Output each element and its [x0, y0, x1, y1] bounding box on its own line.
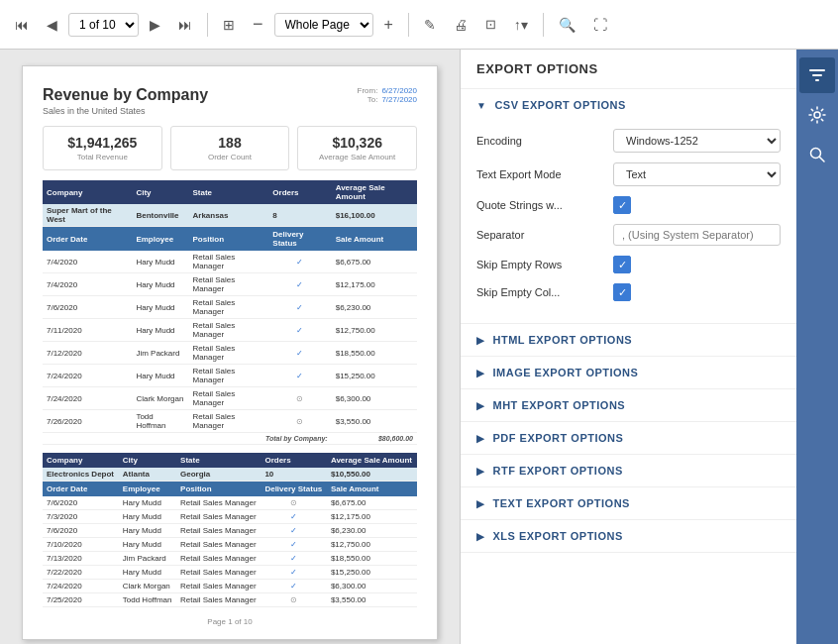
csv-section-title[interactable]: ▼ CSV EXPORT OPTIONS — [461, 89, 796, 121]
quote-strings-row: Quote Strings w... — [476, 196, 781, 214]
report-subtitle: Sales in the United States — [43, 106, 417, 116]
last-page-button[interactable]: ⏭ — [171, 12, 199, 38]
metric-orders: 188 Order Count — [170, 126, 290, 170]
table-row: 7/26/2020Todd HoffmanRetail Sales Manage… — [43, 410, 417, 433]
first-page-button[interactable]: ⏮ — [8, 12, 36, 38]
right-sidebar — [796, 50, 838, 644]
xls-arrow-icon: ▶ — [476, 531, 485, 542]
table-row: 7/3/2020Hary MuddRetail Sales Manager✓$1… — [43, 510, 417, 524]
metrics-row: $1,941,265 Total Revenue 188 Order Count… — [43, 126, 417, 170]
xls-section-title[interactable]: ▶ XLS EXPORT OPTIONS — [461, 520, 796, 552]
date-to-label: To: — [367, 95, 378, 104]
html-arrow-icon: ▶ — [476, 335, 485, 346]
search-button[interactable]: 🔍 — [552, 12, 582, 38]
print-multi-button[interactable]: ⊡ — [478, 12, 503, 37]
table-row: 7/6/2020Hary MuddRetail Sales Manager⊙$6… — [43, 496, 417, 510]
metric-avg-value: $10,326 — [306, 135, 408, 151]
separator-input[interactable] — [613, 224, 781, 246]
quote-strings-label: Quote Strings w... — [476, 199, 605, 211]
html-section: ▶ HTML EXPORT OPTIONS — [461, 324, 796, 357]
sub-col-employee: Employee — [132, 227, 188, 252]
image-title-label: IMAGE EXPORT OPTIONS — [493, 367, 639, 378]
col2-orders: Orders — [261, 453, 326, 468]
pdf-section-title[interactable]: ▶ PDF EXPORT OPTIONS — [461, 422, 796, 454]
skip-empty-rows-checkbox[interactable] — [613, 256, 631, 273]
mht-section-title[interactable]: ▶ MHT EXPORT OPTIONS — [461, 389, 796, 421]
table-row: 7/11/2020Hary MuddRetail Sales Manager✓$… — [43, 319, 417, 342]
xls-section: ▶ XLS EXPORT OPTIONS — [461, 520, 796, 553]
report-dates: From: 6/27/2020 To: 7/27/2020 — [358, 86, 417, 104]
encoding-row: Encoding Windows-1252 UTF-8 — [476, 129, 781, 153]
col2-city: City — [119, 453, 176, 468]
skip-empty-col-checkbox[interactable] — [613, 283, 631, 301]
text-section-title[interactable]: ▶ TEXT EXPORT OPTIONS — [461, 487, 796, 519]
sub-col-sale: Sale Amount — [332, 227, 417, 252]
mht-arrow-icon: ▶ — [476, 400, 485, 411]
sub-col-date: Order Date — [43, 227, 132, 252]
zoom-selector[interactable]: Whole Page 50% 75% 100% 150% — [274, 13, 373, 37]
group-city: Bentonville — [132, 204, 188, 227]
image-arrow-icon: ▶ — [476, 368, 485, 378]
csv-title-label: CSV EXPORT OPTIONS — [494, 99, 625, 111]
rtf-section-title[interactable]: ▶ RTF EXPORT OPTIONS — [461, 455, 796, 486]
separator-row: Separator — [476, 224, 781, 246]
table2-header-row: Company City State Orders Average Sale A… — [43, 453, 417, 468]
settings-icon-button[interactable] — [799, 97, 835, 133]
separator-3 — [543, 13, 544, 37]
col-city: City — [132, 180, 188, 204]
rtf-arrow-icon: ▶ — [476, 466, 485, 477]
text-title-label: TEXT EXPORT OPTIONS — [493, 497, 630, 509]
col-state: State — [188, 180, 268, 204]
table2-group-row: Electronics Depot Atlanta Georgia 10 $10… — [43, 468, 417, 482]
export-panel: EXPORT OPTIONS ▼ CSV EXPORT OPTIONS Enco… — [460, 50, 796, 644]
sub-col-position: Position — [188, 227, 268, 252]
filter-icon-button[interactable] — [799, 57, 835, 93]
table-row: 7/12/2020Jim PackardRetail Sales Manager… — [43, 342, 417, 365]
rtf-section: ▶ RTF EXPORT OPTIONS — [461, 455, 796, 487]
prev-page-button[interactable]: ◀ — [40, 12, 64, 38]
text-export-mode-select[interactable]: Text Value — [613, 162, 781, 186]
html-section-title[interactable]: ▶ HTML EXPORT OPTIONS — [461, 324, 796, 356]
sub-col-delivery: Delivery Status — [268, 227, 331, 252]
text-arrow-icon: ▶ — [476, 498, 485, 509]
table1-group-row: Super Mart of the West Bentonville Arkan… — [43, 204, 417, 227]
encoding-select[interactable]: Windows-1252 UTF-8 — [613, 129, 781, 153]
edit-button[interactable]: ✎ — [417, 12, 443, 38]
date-from-label: From: — [358, 86, 378, 95]
date-to-value: 7/27/2020 — [381, 95, 417, 104]
data-table-2: Company City State Orders Average Sale A… — [43, 453, 417, 607]
search-icon-button[interactable] — [799, 137, 835, 172]
separator-label: Separator — [476, 229, 605, 241]
col2-company: Company — [43, 453, 119, 468]
quote-strings-checkbox[interactable] — [613, 196, 631, 214]
mht-title-label: MHT EXPORT OPTIONS — [493, 399, 626, 411]
col2-state: State — [176, 453, 261, 468]
metric-revenue-value: $1,941,265 — [52, 135, 154, 151]
table2-sub-header: Order Date Employee Position Delivery St… — [43, 482, 417, 497]
export-options-header: EXPORT OPTIONS — [461, 50, 796, 89]
zoom-in-button[interactable]: + — [377, 11, 400, 39]
rtf-title-label: RTF EXPORT OPTIONS — [493, 465, 623, 477]
col-orders: Orders — [268, 180, 331, 204]
zoom-out-button[interactable]: − — [246, 9, 270, 40]
table-row: 7/13/2020Jim PackardRetail Sales Manager… — [43, 552, 417, 566]
mht-section: ▶ MHT EXPORT OPTIONS — [461, 389, 796, 422]
separator-2 — [408, 13, 409, 37]
group-orders: 8 — [268, 204, 331, 227]
print-button[interactable]: 🖨 — [447, 12, 474, 38]
next-page-button[interactable]: ▶ — [143, 12, 167, 38]
pdf-arrow-icon: ▶ — [476, 433, 485, 444]
view-mode-button[interactable]: ⊞ — [216, 12, 242, 38]
image-section-title[interactable]: ▶ IMAGE EXPORT OPTIONS — [461, 357, 796, 388]
skip-empty-rows-row: Skip Empty Rows — [476, 256, 781, 273]
csv-section: ▼ CSV EXPORT OPTIONS Encoding Windows-12… — [461, 89, 796, 324]
metric-revenue-label: Total Revenue — [52, 153, 154, 161]
group-avg: $16,100.00 — [332, 204, 417, 227]
skip-empty-rows-label: Skip Empty Rows — [476, 259, 605, 270]
table1-sub-header: Order Date Employee Position Delivery St… — [43, 227, 417, 252]
fullscreen-button[interactable]: ⛶ — [586, 12, 614, 38]
page-selector[interactable]: 1 of 10 — [68, 13, 139, 37]
preview-panel: Revenue by Company Sales in the United S… — [0, 50, 460, 644]
pdf-title-label: PDF EXPORT OPTIONS — [493, 432, 624, 444]
export-button[interactable]: ↑▾ — [507, 12, 535, 38]
